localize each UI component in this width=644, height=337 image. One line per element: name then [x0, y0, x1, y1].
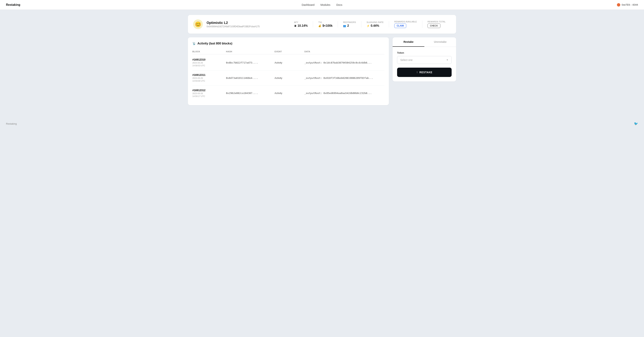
- tab-restake[interactable]: Restake: [392, 37, 424, 47]
- restake-btn-label: RESTAKE: [420, 71, 432, 74]
- claim-button[interactable]: CLAIM: [394, 24, 406, 28]
- table-row: #16912311 2023-03-26 14:59:00 UTC 0x8d73…: [192, 70, 384, 86]
- data-cell: _outputRoot: 0x05ed6994aa0aa542db08b0c23…: [304, 92, 384, 94]
- col-hash: HASH: [226, 50, 274, 53]
- event-cell: Activity: [274, 92, 304, 94]
- tvl-label: TVL: [318, 21, 332, 23]
- slashing-icon: ⚡: [367, 24, 370, 27]
- block-number: #16912310: [192, 58, 226, 61]
- protocol-card: 😊 Optimistic L2 0x5A569Ad19272Afa97103fD…: [188, 15, 456, 34]
- token-label: Token: [397, 51, 452, 54]
- block-number: #16912312: [192, 89, 226, 92]
- protocol-info: Optimistic L2 0x5A569Ad19272Afa97103fD4D…: [206, 21, 260, 28]
- restakers-icon: 👥: [343, 24, 346, 27]
- rewards-available-value: CLAIM: [394, 24, 417, 28]
- footer: Restaking 🐦: [0, 118, 644, 130]
- header-brand: Restaking: [6, 3, 20, 6]
- block-cell: #16912312 2023-03-26 14:59:17 UTC: [192, 89, 226, 98]
- block-date: 2023-03-26 14:58:53 UTC: [192, 62, 226, 67]
- apy-value: 🖥 10.14%: [294, 24, 308, 28]
- apy-label: APY: [294, 21, 308, 23]
- activity-card: 📡 Activity (last 800 blocks) BLOCK HASH …: [188, 37, 389, 105]
- rewards-total-label: Rewards total: [428, 20, 446, 23]
- rewards-available-label: Rewards available: [394, 20, 417, 23]
- table-row: #16912312 2023-03-26 14:59:17 UTC 0x2962…: [192, 86, 384, 101]
- activity-icon: 📡: [192, 42, 196, 45]
- stat-apy: APY 🖥 10.14%: [289, 21, 313, 28]
- block-number: #16912311: [192, 74, 226, 76]
- hash-cell: 0x8bc7b822f717ad73....: [226, 61, 274, 64]
- restake-panel: Restake Unrestake Token Select one ▼ ↑ R…: [392, 37, 456, 82]
- col-block: BLOCK: [192, 50, 226, 53]
- restake-tabs: Restake Unrestake: [392, 37, 456, 47]
- token-select-dropdown[interactable]: Select one ▼: [397, 56, 452, 64]
- col-data: DATA: [304, 50, 384, 53]
- twitter-icon[interactable]: 🐦: [634, 122, 638, 126]
- wallet-avatar: [617, 3, 620, 6]
- stat-rewards-total: Rewards total CHECK: [422, 20, 451, 28]
- main-content: 😊 Optimistic L2 0x5A569Ad19272Afa97103fD…: [182, 10, 462, 110]
- stat-tvl: TVL 💰 $<100k: [313, 21, 338, 28]
- restakers-label: Restakers: [343, 21, 356, 23]
- chevron-down-icon: ▼: [446, 59, 448, 61]
- event-cell: Activity: [274, 76, 304, 80]
- protocol-logo: 😊: [193, 20, 203, 29]
- wallet-display: 0xe7E6····8344: [617, 3, 638, 6]
- event-cell: Activity: [274, 61, 304, 64]
- footer-brand: Restaking: [6, 122, 17, 125]
- stat-slashing: Slashing Rate ⚡ 0.44%: [362, 21, 389, 28]
- header: Restaking Dashboard Modules Docs 0xe7E6·…: [0, 0, 644, 10]
- stat-restakers: Restakers 👥 2: [338, 21, 362, 28]
- nav-dashboard[interactable]: Dashboard: [302, 3, 314, 6]
- content-area: 📡 Activity (last 800 blocks) BLOCK HASH …: [188, 37, 456, 105]
- hash-cell: 0x8d73a810111460e4....: [226, 76, 274, 80]
- protocol-address: 0x5A569Ad19272Afa97103fD4DbadF33B2FcbaA1…: [206, 25, 260, 28]
- block-date: 2023-03-26 14:59:17 UTC: [192, 92, 226, 98]
- restakers-value: 👥 2: [343, 24, 356, 28]
- table-header: BLOCK HASH EVENT DATA: [192, 49, 384, 54]
- activity-title: 📡 Activity (last 800 blocks): [192, 42, 384, 45]
- slashing-label: Slashing Rate: [367, 21, 384, 23]
- data-cell: _outputRoot: 0x010f3f3d6eb820819086209f0…: [304, 76, 384, 80]
- tab-unrestake[interactable]: Unrestake: [424, 37, 456, 47]
- check-button[interactable]: CHECK: [428, 24, 440, 28]
- col-event: EVENT: [274, 50, 304, 53]
- nav-modules[interactable]: Modules: [320, 3, 330, 6]
- wallet-address: 0xe7E6····8344: [622, 3, 638, 6]
- block-cell: #16912310 2023-03-26 14:58:53 UTC: [192, 58, 226, 67]
- tvl-icon: 💰: [318, 24, 321, 27]
- rewards-total-value: CHECK: [428, 24, 446, 28]
- block-date: 2023-03-26 14:59:00 UTC: [192, 77, 226, 82]
- protocol-name: Optimistic L2: [206, 21, 260, 25]
- hash-cell: 0x2962e082ca184387....: [226, 92, 274, 94]
- slashing-value: ⚡ 0.44%: [367, 24, 384, 28]
- tvl-value: 💰 $<100k: [318, 24, 332, 28]
- stat-rewards-available: Rewards available CLAIM: [389, 20, 422, 28]
- header-nav: Dashboard Modules Docs: [302, 3, 342, 6]
- block-cell: #16912311 2023-03-26 14:59:00 UTC: [192, 74, 226, 82]
- restake-up-icon: ↑: [416, 70, 418, 74]
- restake-button[interactable]: ↑ RESTAKE: [397, 68, 452, 77]
- table-row: #16912310 2023-03-26 14:58:53 UTC 0x8bc7…: [192, 55, 384, 70]
- token-placeholder: Select one: [400, 58, 412, 62]
- nav-docs[interactable]: Docs: [336, 3, 342, 6]
- apy-icon: 🖥: [294, 24, 296, 27]
- data-cell: _outputRoot: 0x1dc87bab38794504259c0cdc6…: [304, 61, 384, 64]
- restake-body: Token Select one ▼ ↑ RESTAKE: [392, 47, 456, 82]
- protocol-stats: APY 🖥 10.14% TVL 💰 $<100k Restakers 👥 2: [289, 20, 451, 28]
